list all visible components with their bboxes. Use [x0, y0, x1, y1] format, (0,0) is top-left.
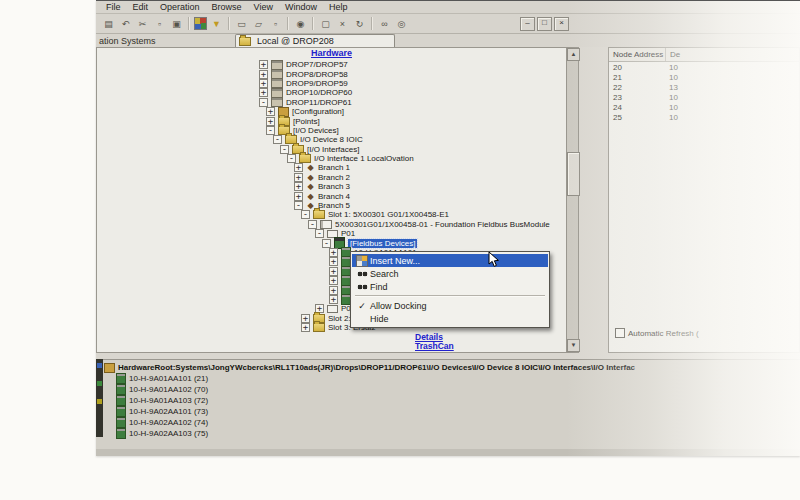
delete-icon[interactable]: ×	[335, 16, 350, 31]
binoculars-glyph	[357, 283, 368, 291]
tab-local-drop[interactable]: Local @ DROP208	[235, 34, 395, 47]
minimize-button[interactable]: –	[520, 17, 535, 31]
tree-node-p01[interactable]: -P01	[97, 229, 566, 238]
tree-link-trashcan[interactable]: TrashCan	[97, 342, 566, 351]
refresh-icon[interactable]: ↻	[352, 16, 367, 31]
menu-item-allow-docking[interactable]: ✓Allow Docking	[352, 299, 548, 312]
collapse-icon[interactable]: -	[259, 98, 268, 107]
menu-operation[interactable]: Operation	[154, 2, 206, 12]
tree-node-i-o-device-8-ioic[interactable]: -I/O Device 8 IOIC	[97, 135, 566, 144]
expand-icon[interactable]: +	[259, 88, 268, 97]
collapse-icon[interactable]: -	[322, 239, 331, 248]
vertical-scrollbar[interactable]: ▲ ▼	[566, 47, 579, 353]
tree-node-label: [Configuration]	[292, 107, 344, 116]
auto-refresh-option[interactable]: Automatic Refresh (	[615, 328, 699, 338]
workpad-root-item[interactable]: HardwareRoot:Systems\JongYWcbercks\RL1T1…	[104, 362, 800, 373]
duplicate-icon[interactable]: ▫	[268, 16, 283, 31]
workpad-item-10-h-9a01aa103-72[interactable]: 10-H-9A01AA103 (72)	[116, 395, 800, 406]
tree-node-label: DROP9/DROP59	[286, 79, 348, 88]
tree-node-points[interactable]: +[Points]	[97, 116, 566, 125]
node-table-row[interactable]: 2110	[609, 72, 799, 82]
collapse-icon[interactable]: -	[294, 201, 303, 210]
menu-item-label: Hide	[370, 314, 389, 324]
scroll-down-button[interactable]: ▼	[567, 339, 580, 352]
expand-icon[interactable]: +	[259, 60, 268, 69]
menu-item-find[interactable]: Find	[352, 280, 548, 293]
cut-icon[interactable]: ✂	[135, 16, 150, 31]
expand-icon[interactable]: +	[329, 295, 338, 304]
camera-icon[interactable]: ◉	[293, 16, 308, 31]
tree-node-drop9-drop59[interactable]: +DROP9/DROP59	[97, 79, 566, 88]
collapse-icon[interactable]: -	[315, 229, 324, 238]
node-table-row[interactable]: 2510	[609, 112, 799, 122]
collapse-icon[interactable]: -	[301, 210, 310, 219]
workpad-item-10-h-9a02aa101-73[interactable]: 10-H-9A02AA101 (73)	[116, 406, 800, 417]
filter-icon[interactable]: ▼	[209, 16, 224, 31]
tree-node-i-o-interface-1-localovation[interactable]: -I/O Interface 1 LocalOvation	[97, 154, 566, 163]
node-table-row[interactable]: 2310	[609, 92, 799, 102]
tree-node-i-o-interfaces[interactable]: -[I/O Interfaces]	[97, 145, 566, 154]
tree-node-configuration[interactable]: +[Configuration]	[97, 107, 566, 116]
tree-node-branch-4[interactable]: +◆Branch 4	[97, 191, 566, 200]
search-icon[interactable]: ◎	[394, 16, 409, 31]
workpad-item-10-h-9a02aa102-74[interactable]: 10-H-9A02AA102 (74)	[116, 417, 800, 428]
tree-node-drop11-drop61[interactable]: -DROP11/DROP61	[97, 98, 566, 107]
color-palette-icon[interactable]	[194, 17, 207, 30]
collapse-icon[interactable]: -	[308, 220, 317, 229]
collapse-icon[interactable]: -	[280, 145, 289, 154]
insert-drop-icon[interactable]: ▭	[234, 16, 249, 31]
tree-node-i-o-devices[interactable]: -[I/O Devices]	[97, 126, 566, 135]
menu-view[interactable]: View	[248, 2, 279, 12]
hardware-root-node[interactable]: Hardware	[97, 48, 566, 60]
expand-icon[interactable]: +	[266, 107, 275, 116]
close-button[interactable]: ×	[554, 17, 569, 31]
menu-help[interactable]: Help	[323, 2, 354, 12]
collapse-icon[interactable]: -	[266, 126, 275, 135]
restore-button[interactable]: □	[537, 17, 552, 31]
menu-window[interactable]: Window	[279, 2, 323, 12]
tree-node-branch-1[interactable]: +◆Branch 1	[97, 163, 566, 172]
tree-node-drop10-drop60[interactable]: +DROP10/DROP60	[97, 88, 566, 97]
column-header-device[interactable]: De	[665, 48, 799, 61]
open-folder-icon[interactable]: ▱	[251, 16, 266, 31]
tree-node-5x00301g01-1x00458-01-foundation-fieldbus-busmodule[interactable]: -5X00301G01/1X00458-01 - Foundation Fiel…	[97, 220, 566, 229]
select-icon[interactable]: ▢	[318, 16, 333, 31]
copy-icon[interactable]: ▫	[152, 16, 167, 31]
workpad-item-10-h-9a01aa101-21[interactable]: 10-H-9A01AA101 (21)	[116, 373, 800, 384]
systems-panel-label: ation Systems	[99, 36, 156, 46]
undo-icon[interactable]: ↶	[118, 16, 133, 31]
menu-browse[interactable]: Browse	[206, 2, 248, 12]
auto-refresh-checkbox[interactable]	[615, 328, 625, 338]
tree-node-branch-2[interactable]: +◆Branch 2	[97, 173, 566, 182]
print-icon[interactable]: ▤	[101, 16, 116, 31]
expand-icon[interactable]: +	[329, 276, 338, 285]
tree-node-branch-3[interactable]: +◆Branch 3	[97, 182, 566, 191]
expand-icon[interactable]: +	[294, 182, 303, 191]
tree-link-details[interactable]: Details	[97, 332, 566, 341]
tree-node-slot-1-5x00301-g01-1x00458-e1[interactable]: -Slot 1: 5X00301 G01/1X00458-E1	[97, 210, 566, 219]
paste-icon[interactable]: ▣	[169, 16, 184, 31]
toolbar-separator	[371, 17, 373, 30]
status-dot-green	[97, 381, 102, 386]
workpad-item-10-h-9a01aa102-70[interactable]: 10-H-9A01AA102 (70)	[116, 384, 800, 395]
menu-file[interactable]: File	[100, 2, 127, 12]
scroll-up-button[interactable]: ▲	[567, 48, 580, 61]
tree-node-label: [I/O Interfaces]	[307, 145, 359, 154]
expand-icon[interactable]: +	[301, 323, 310, 332]
tree-node-drop8-drop58[interactable]: +DROP8/DROP58	[97, 69, 566, 78]
collapse-icon[interactable]: -	[273, 135, 282, 144]
menu-item-search[interactable]: Search	[352, 267, 548, 280]
collapse-icon[interactable]: -	[287, 154, 296, 163]
scrollbar-thumb[interactable]	[567, 152, 580, 196]
node-table-row[interactable]: 2410	[609, 102, 799, 112]
workpad-item-10-h-9a02aa103-75[interactable]: 10-H-9A02AA103 (75)	[116, 428, 800, 439]
tree-node-drop7-drop57[interactable]: +DROP7/DROP57	[97, 60, 566, 69]
binoculars-icon[interactable]: ∞	[377, 16, 392, 31]
node-table-row[interactable]: 2010	[609, 62, 799, 72]
node-table-row[interactable]: 2213	[609, 82, 799, 92]
tree-node-branch-5[interactable]: -◆Branch 5	[97, 201, 566, 210]
menu-item-insert-new[interactable]: Insert New...	[352, 254, 548, 267]
menu-item-hide[interactable]: Hide	[352, 312, 548, 325]
column-header-node-address[interactable]: Node Address	[609, 50, 665, 59]
menu-edit[interactable]: Edit	[127, 2, 155, 12]
